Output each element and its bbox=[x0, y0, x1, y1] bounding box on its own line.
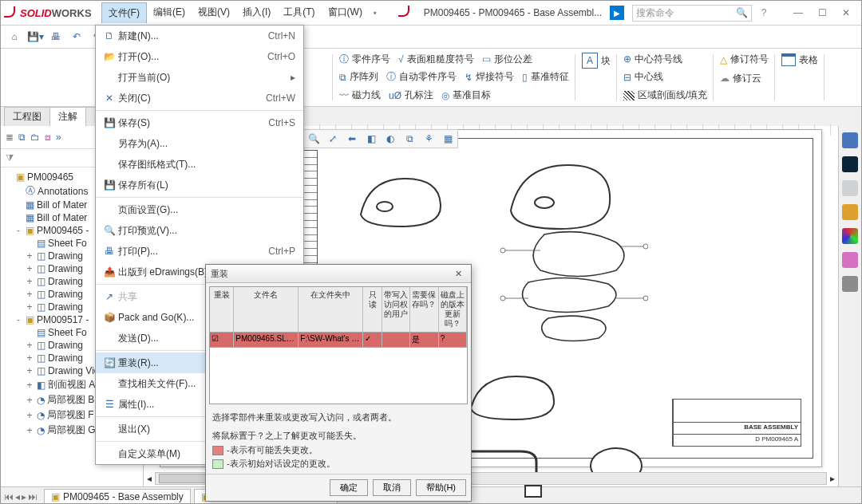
ribbon-零件序号[interactable]: ⓘ零件序号 bbox=[339, 53, 390, 66]
block-button[interactable]: A块 bbox=[582, 53, 611, 69]
part-view-1 bbox=[353, 171, 449, 234]
ribbon-孔标注[interactable]: uØ孔标注 bbox=[389, 89, 433, 102]
dialog-note-1: 选择零部件来重装或更改写入访问，或者两者。 bbox=[206, 408, 471, 426]
menu-插入(I)[interactable]: 插入(I) bbox=[236, 2, 277, 23]
minimize-button[interactable]: — bbox=[786, 4, 810, 22]
home-icon[interactable]: ⌂ bbox=[4, 28, 25, 45]
sheet-tab-1[interactable]: ▣PM009465 - Base Assembly bbox=[44, 489, 191, 504]
tp-appearances-icon[interactable] bbox=[842, 228, 858, 244]
file-menu-关闭(C)[interactable]: ✕关闭(C)Ctrl+W bbox=[96, 88, 303, 108]
file-menu-新建(N)...[interactable]: 🗋新建(N)...Ctrl+N bbox=[96, 26, 303, 46]
ribbon-表面粗糙度符号[interactable]: √表面粗糙度符号 bbox=[398, 53, 474, 66]
save-icon[interactable]: 💾▾ bbox=[25, 28, 45, 45]
menu-文件(F)[interactable]: 文件(F) bbox=[101, 2, 147, 23]
hide-show-icon[interactable]: ⧉ bbox=[401, 132, 417, 146]
cm-tab-icon[interactable]: 🗀 bbox=[30, 132, 40, 143]
maximize-button[interactable]: ☐ bbox=[810, 4, 834, 22]
ribbon-焊接符号[interactable]: ↯焊接符号 bbox=[465, 70, 514, 84]
area-hatch-button[interactable]: 区域剖面线/填充 bbox=[623, 89, 707, 102]
dialog-note-2: 将鼠标置于？之上了解更改可能丢失。 bbox=[206, 426, 471, 444]
tp-forum-icon[interactable] bbox=[842, 276, 858, 292]
view-settings-icon[interactable]: ▦ bbox=[440, 132, 456, 146]
logo-solid: SOLID bbox=[20, 7, 52, 19]
title-block: BASE ASSEMBLY D PM009465 A bbox=[672, 399, 801, 447]
ribbon-磁力线[interactable]: 〰磁力线 bbox=[339, 89, 381, 102]
swoosh-icon bbox=[4, 6, 17, 19]
exploded-cluster bbox=[496, 226, 648, 346]
dialog-ok-button[interactable]: 确定 bbox=[330, 479, 368, 496]
dm-tab-icon[interactable]: ⧈ bbox=[45, 132, 51, 143]
file-menu-打开当前(O)[interactable]: 打开当前(O)▸ bbox=[96, 67, 303, 88]
dialog-grid[interactable]: 重装文件名在文件夹中只读带写入访问权的用户需要保存吗？磁盘上的版本更新吗？ ☑P… bbox=[209, 286, 468, 404]
menu-视图(V)[interactable]: 视图(V) bbox=[192, 2, 236, 23]
tp-design-lib-icon[interactable] bbox=[842, 156, 858, 172]
file-menu-打开(O)...[interactable]: 📂打开(O)...Ctrl+O bbox=[96, 46, 303, 67]
apply-scene-icon[interactable]: ⚘ bbox=[421, 132, 437, 146]
file-menu-保存图纸格式(T)...[interactable]: 保存图纸格式(T)... bbox=[96, 154, 303, 175]
undo-icon[interactable]: ↶ bbox=[66, 28, 87, 45]
file-menu-打印(P)...[interactable]: 🖶打印(P)...Ctrl+P bbox=[96, 241, 303, 262]
dialog-cancel-button[interactable]: 取消 bbox=[373, 479, 411, 496]
run-button[interactable]: ▶ bbox=[610, 6, 624, 20]
tp-file-explorer-icon[interactable] bbox=[842, 180, 858, 196]
file-menu-保存(S)[interactable]: 💾保存(S)Ctrl+S bbox=[96, 112, 303, 133]
centerline-button[interactable]: ⊟中心线 bbox=[623, 70, 663, 84]
ribbon-序阵列[interactable]: ⧉序阵列 bbox=[339, 70, 378, 84]
ribbon-基准目标[interactable]: ◎基准目标 bbox=[441, 89, 491, 102]
print-icon[interactable]: 🖶 bbox=[45, 28, 66, 45]
ribbon-自动零件序号[interactable]: ⓘ自动零件序号 bbox=[386, 70, 457, 84]
section-view-icon[interactable]: ◧ bbox=[363, 132, 379, 146]
file-menu-保存所有(L)[interactable]: 💾保存所有(L) bbox=[96, 175, 303, 195]
menu-窗口(W)[interactable]: 窗口(W) bbox=[322, 2, 369, 23]
svg-point-6 bbox=[643, 244, 648, 249]
dialog-help-button[interactable]: 帮助(H) bbox=[416, 479, 466, 496]
menu-工具(T)[interactable]: 工具(T) bbox=[277, 2, 321, 23]
ribbon-形位公差[interactable]: ▭形位公差 bbox=[482, 53, 532, 66]
reload-dialog: 重装 ✕ 重装文件名在文件夹中只读带写入访问权的用户需要保存吗？磁盘上的版本更新… bbox=[205, 264, 472, 502]
tp-view-palette-icon[interactable] bbox=[842, 204, 858, 220]
menu-overflow-icon[interactable]: ⋆ bbox=[372, 7, 378, 18]
tp-custom-props-icon[interactable] bbox=[842, 252, 858, 268]
search-input[interactable]: 搜索命令 🔍 bbox=[632, 5, 752, 22]
tp-resources-icon[interactable] bbox=[842, 132, 858, 148]
dialog-titlebar[interactable]: 重装 ✕ bbox=[206, 265, 471, 283]
dialog-close-button[interactable]: ✕ bbox=[450, 269, 466, 279]
titleblock-title: BASE ASSEMBLY bbox=[673, 423, 801, 434]
ribbon-基准特征[interactable]: ▯基准特征 bbox=[522, 70, 569, 84]
file-menu-页面设置(G)...[interactable]: 页面设置(G)... bbox=[96, 199, 303, 220]
svg-point-2 bbox=[500, 248, 505, 253]
funnel-icon: ⧩ bbox=[6, 152, 14, 163]
svg-point-4 bbox=[500, 296, 505, 301]
close-button[interactable]: ✕ bbox=[834, 4, 858, 22]
tab-注解[interactable]: 注解 bbox=[49, 107, 86, 126]
menu-编辑(E)[interactable]: 编辑(E) bbox=[147, 2, 192, 23]
file-menu-另存为(A)...[interactable]: 另存为(A)... bbox=[96, 133, 303, 154]
zoom-fit-icon[interactable]: 🔍 bbox=[306, 132, 322, 146]
pm-tab-icon[interactable]: ⧉ bbox=[18, 132, 26, 143]
app-logo: SOLIDWORKS bbox=[4, 6, 92, 19]
tab-工程图[interactable]: 工程图 bbox=[4, 107, 50, 126]
rev-symbol-button[interactable]: △修订符号 bbox=[720, 53, 769, 66]
display-style-icon[interactable]: ◐ bbox=[382, 132, 398, 146]
search-icon: 🔍 bbox=[736, 7, 748, 18]
svg-rect-13 bbox=[525, 486, 541, 497]
center-mark-button[interactable]: ⊕中心符号线 bbox=[623, 53, 682, 66]
rev-cloud-button[interactable]: ☁修订云 bbox=[720, 72, 761, 85]
svg-point-8 bbox=[643, 296, 648, 301]
table-button[interactable]: 表格 bbox=[781, 53, 818, 67]
part-view-8 bbox=[560, 434, 656, 498]
prev-view-icon[interactable]: ⬅ bbox=[344, 132, 360, 146]
taskpane bbox=[838, 126, 861, 486]
view-toolbar: 🔍 ⤢ ⬅ ◧ ◐ ⧉ ⚘ ▦ bbox=[303, 129, 458, 148]
part-view-5 bbox=[465, 370, 560, 426]
dialog-legend-green: -表示初始对话设定的更改。 bbox=[206, 457, 471, 471]
sheet-nav[interactable]: ⏮◂▸⏭ bbox=[1, 491, 41, 502]
dialog-legend-red: -表示有可能丢失更改。 bbox=[206, 443, 471, 457]
zoom-area-icon[interactable]: ⤢ bbox=[325, 132, 341, 146]
titlebar: SOLIDWORKS 文件(F)编辑(E)视图(V)插入(I)工具(T)窗口(W… bbox=[1, 1, 861, 26]
help-icon[interactable]: ? bbox=[755, 7, 773, 18]
fm-tab-icon[interactable]: ≣ bbox=[6, 132, 14, 143]
logo-works: WORKS bbox=[52, 7, 92, 19]
file-menu-打印预览(V)...[interactable]: 🔍打印预览(V)... bbox=[96, 220, 303, 241]
pin-icon[interactable]: » bbox=[56, 132, 61, 143]
